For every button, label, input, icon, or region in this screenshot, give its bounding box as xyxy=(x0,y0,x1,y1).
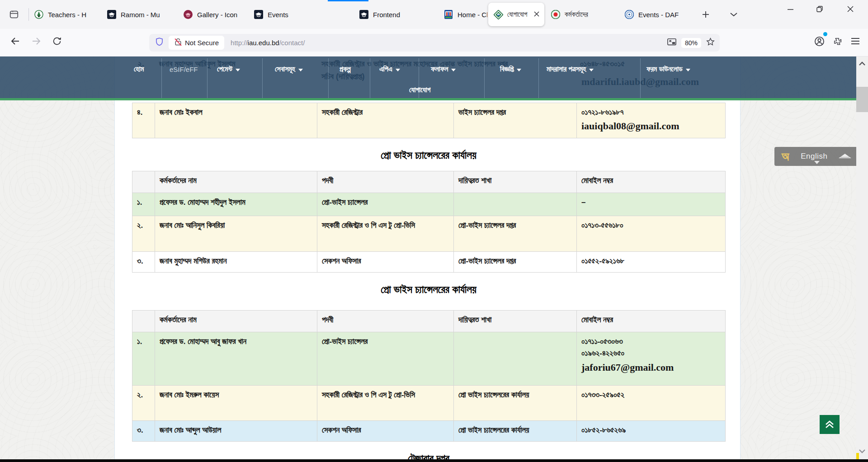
bookmark-star-icon[interactable] xyxy=(706,37,715,48)
new-tab-button[interactable] xyxy=(698,7,713,22)
reload-button[interactable] xyxy=(49,33,65,49)
header-position: পদবী xyxy=(317,311,454,332)
cell-name: জনাব মোঃ আনিসুল কিবরিয়া xyxy=(155,216,317,252)
security-chip[interactable]: Not Secure xyxy=(169,36,224,50)
header-section: দায়িত্বরত শাখা xyxy=(454,171,577,193)
cell-name: জনাব মোঃ আব্দুল আউয়াল xyxy=(155,421,317,442)
url-text: http://iau.edu.bd/contact/ xyxy=(231,39,305,47)
tab-label: Events xyxy=(268,11,288,19)
scroll-to-top-button[interactable] xyxy=(820,415,840,434)
header-empty xyxy=(132,311,155,332)
nav-item-form-download[interactable]: ফরম ডাউনলোড xyxy=(646,62,690,76)
nav-item-projects[interactable]: প্রকল্প xyxy=(340,62,351,76)
account-button[interactable] xyxy=(810,33,828,49)
chevron-down-icon xyxy=(686,69,690,71)
cell-position: সেকশন অফিসার xyxy=(317,421,454,442)
cell-mobile: ০১৭১৩-৫৫৬১৮০ xyxy=(577,216,726,252)
header-position: পদবী xyxy=(317,171,454,193)
header-mobile: মোবাইল নম্বর xyxy=(577,311,726,332)
address-bar[interactable]: Not Secure http://iau.edu.bd/contact/ 80… xyxy=(149,34,720,52)
tab-gallery[interactable]: Gallery - Icon xyxy=(179,0,247,29)
restore-button[interactable] xyxy=(809,0,830,18)
tab-frontend[interactable]: Frontend xyxy=(355,0,418,29)
window-bottom-edge xyxy=(0,459,868,462)
chevron-down-icon xyxy=(814,161,820,164)
scrollbar-thumb[interactable] xyxy=(856,87,868,112)
cell-mobile: ০১৭৩৩-২৫৯০৫২ xyxy=(577,386,726,421)
tab-label: Events - DAF xyxy=(638,11,679,19)
tab-ramom[interactable]: Ramom - Mu xyxy=(103,0,177,29)
grad-cap-icon xyxy=(107,10,116,19)
tab-events[interactable]: Events xyxy=(250,0,304,29)
table-row: ১. প্রফেসর ড. মোহাম্মদ শহীদুল ইসলাম প্রো… xyxy=(132,193,726,216)
list-tabs-button[interactable] xyxy=(726,7,741,22)
cell-serial: ২. xyxy=(132,216,155,252)
nav-item-home[interactable]: হোম xyxy=(134,62,144,76)
nav-item-notices[interactable]: বিজ্ঞপ্তি xyxy=(500,62,521,76)
tab-teachers[interactable]: Teachers - H xyxy=(30,0,102,29)
menu-button[interactable] xyxy=(846,33,864,49)
tracking-protection-shield-icon[interactable] xyxy=(155,37,164,49)
tab-label: কর্মকর্তাদের xyxy=(565,10,588,19)
keyboard-icon[interactable] xyxy=(838,151,852,161)
forward-button[interactable] xyxy=(28,33,44,49)
grad-cap-icon xyxy=(254,10,263,19)
account-badge xyxy=(823,32,827,36)
tab-officials[interactable]: কর্মকর্তাদের xyxy=(547,0,613,29)
chevron-down-icon xyxy=(451,69,456,71)
cell-name: প্রফেসর ড. মোহাম্মদ আবু জাফর খান xyxy=(155,332,317,386)
page-viewport: ২. জনাব মুহাম্মদ আরিফুল ইসলাম সহকারী রেজ… xyxy=(0,57,868,462)
extensions-icon[interactable] xyxy=(828,33,846,49)
cell-section xyxy=(454,332,577,386)
minimize-button[interactable] xyxy=(780,0,801,18)
chevron-down-icon xyxy=(589,69,594,71)
scrollbar-up-icon[interactable] xyxy=(859,60,866,68)
back-button[interactable] xyxy=(7,33,24,49)
avro-keyboard-bar[interactable]: অ English xyxy=(774,147,868,166)
nav-item-payment[interactable]: পেমেন্ট xyxy=(217,62,240,76)
cell-position: প্রো-ভাইস চ্যান্সেলর xyxy=(317,332,454,386)
tab-events-daf[interactable]: Events - DAF xyxy=(620,0,688,29)
nav-item-services[interactable]: সেবাসমূহ xyxy=(275,62,303,76)
cell-section: প্রো-ভাইস চ্যান্সেলর দপ্তর xyxy=(454,252,577,273)
tab-label: Ramom - Mu xyxy=(121,11,160,19)
table-row: ২. জনাব মোঃ ইমরুল কায়েস সহকারী রেজিস্ট্… xyxy=(132,386,726,421)
nav-item-madrasah-letters[interactable]: মাদরাসার পত্রসমূহ xyxy=(547,62,594,76)
table-row-highlighted: ৩. জনাব মোঃ আব্দুল আউয়াল সেকশন অফিসার প… xyxy=(132,421,726,442)
tab-contact-active[interactable]: যোগাযোগ xyxy=(488,3,544,26)
tab-close-icon[interactable] xyxy=(533,11,540,19)
scrollbar-down-icon[interactable] xyxy=(859,448,866,456)
browser-window: Teachers - H Ramom - Mu Gallery - Icon E… xyxy=(0,0,868,462)
close-window-button[interactable] xyxy=(840,0,861,18)
grad-cap-icon xyxy=(359,10,368,19)
nav-item-apa[interactable]: এপিএ xyxy=(379,62,400,76)
table-row: ৩. জনাব মুহাম্মদ মশিউর রহমান সেকশন অফিসা… xyxy=(132,252,726,273)
tab-label: Home - Cha xyxy=(458,11,487,19)
cell-serial: ৩. xyxy=(132,252,155,273)
pro-vc-office-table-2: কর্মকর্তাদের নাম পদবী দায়িত্বরত শাখা মো… xyxy=(132,310,726,442)
header-mobile: মোবাইল নম্বর xyxy=(577,171,726,193)
picture-in-picture-icon[interactable] xyxy=(667,38,677,48)
cell-serial: ১. xyxy=(132,332,155,386)
firefox-view-button[interactable] xyxy=(6,7,22,22)
tab-label: Teachers - H xyxy=(48,11,86,19)
main-navigation: হোম eSIF/eFF পেমেন্ট সেবাসমূহ প্রকল্প এপ… xyxy=(0,57,856,100)
cell-serial: ২. xyxy=(132,386,155,421)
cell-position: প্রো-ভাইস চ্যান্সেলর xyxy=(317,193,454,216)
avro-language-label[interactable]: English xyxy=(801,152,827,161)
tab-bar: Teachers - H Ramom - Mu Gallery - Icon E… xyxy=(0,0,868,29)
nav-item-contact[interactable]: যোগাযোগ xyxy=(409,83,430,97)
cell-section: প্রো ভাইস চ্যান্সেলরের কার্যালয় xyxy=(454,386,577,421)
cell-serial: ১. xyxy=(132,193,155,216)
cell-mobile: ০১৮৫২-৮৬৫২৬৯ xyxy=(577,421,726,442)
vertical-scrollbar[interactable] xyxy=(856,57,868,462)
university-crest-icon xyxy=(444,10,453,19)
cell-position: সহকারী রেজিস্ট্রার xyxy=(317,103,454,138)
nav-item-esif[interactable]: eSIF/eFF xyxy=(170,62,198,76)
avro-bangla-icon: অ xyxy=(782,150,789,164)
tab-label: যোগাযোগ xyxy=(507,10,527,19)
tab-home[interactable]: Home - Cha xyxy=(439,0,487,29)
nav-item-results[interactable]: ফলাফল xyxy=(431,62,456,76)
zoom-level-badge[interactable]: 80% xyxy=(681,38,701,48)
cell-mobile: ০১৭১১-০৫৩০৬৩০১৯৬২-৪২২৬৫০jaforiu67@gmail.… xyxy=(577,332,726,386)
